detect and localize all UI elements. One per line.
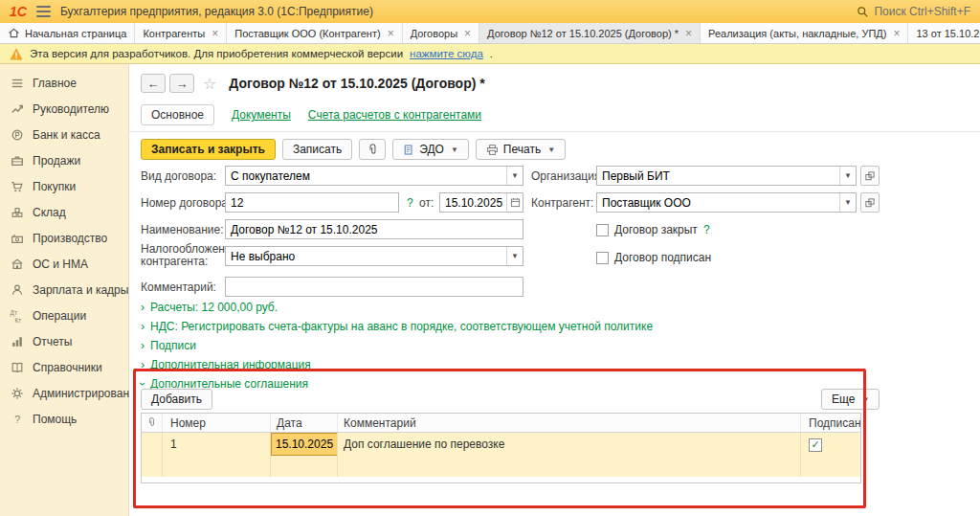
warning-period: . [490,48,493,59]
back-button[interactable]: ← [141,74,166,93]
tab-close-icon[interactable]: × [212,27,218,40]
counterparty-open-button[interactable] [860,192,880,213]
contract-kind-label: Вид договора: [141,169,216,183]
attachment-column-header [142,414,163,432]
sidebar-item-sales[interactable]: Продажи [0,147,128,173]
contract-closed-label: Договор закрыт [614,223,698,236]
sidebar-item-warehouse[interactable]: Склад [0,199,128,225]
sidebar-label: Банк и касса [33,128,100,142]
favorite-star-icon[interactable]: ☆ [203,75,216,93]
forward-button[interactable]: → [169,74,194,93]
print-button[interactable]: Печать ▼ [476,139,566,160]
tab-home[interactable]: Начальная страница [0,23,135,43]
sidebar-label: Производство [33,232,107,245]
form-title: Договор №12 от 15.10.2025 (Договор) * [229,76,484,91]
tab-contracts[interactable]: Договоры × [403,23,479,43]
checkbox-unchecked[interactable] [596,252,609,264]
comment-cell[interactable]: Доп соглашение по перевозке [338,433,801,477]
tab-close-icon[interactable]: × [464,27,471,40]
contract-date-input[interactable]: 15.10.2025 [439,192,523,213]
save-and-close-button[interactable]: Записать и закрыть [141,139,276,160]
organization-select[interactable]: Первый БИТ ▼ [596,166,857,186]
save-button[interactable]: Записать [282,139,352,160]
tab-close-icon[interactable]: × [388,27,394,40]
sidebar-item-directories[interactable]: Справочники [0,354,128,380]
column-header-date[interactable]: Дата [271,414,338,432]
nav-tab-settlement-accounts[interactable]: Счета расчетов с контрагентами [308,108,481,122]
nav-tab-main[interactable]: Основное [141,104,214,125]
tab-close-icon[interactable]: × [893,27,900,40]
contract-kind-select[interactable]: С покупателем ▼ [225,166,523,186]
printer-icon [486,144,499,156]
number-cell[interactable]: 1 [163,433,271,477]
edo-document-icon [403,144,414,156]
name-input[interactable]: Договор №12 от 15.10.2025 [225,219,523,239]
taxation-select[interactable]: Не выбрано ▼ [225,246,523,266]
dropdown-caret-icon[interactable]: ▼ [839,193,856,212]
dropdown-caret-icon[interactable]: ▼ [839,167,856,185]
sidebar-item-operations[interactable]: ДтКт Операции [0,303,128,328]
contract-signed-checkbox[interactable]: Договор подписан [596,251,711,264]
chevron-down-icon: › [136,382,149,386]
warning-text: Эта версия для разработчиков. Для приобр… [30,48,403,59]
section-additional-info[interactable]: › Дополнительная информация [141,358,311,371]
sidebar-item-help[interactable]: ? Помощь [0,406,128,432]
attachments-button[interactable] [359,139,386,160]
organization-open-button[interactable] [860,166,880,186]
contract-closed-checkbox[interactable]: Договор закрыт ? [596,223,710,236]
column-header-comment[interactable]: Комментарий [338,414,801,432]
section-signatures[interactable]: › Подписи [141,339,196,352]
sidebar-item-assets[interactable]: ОС и НМА [0,251,128,277]
sidebar-item-administration[interactable]: Администрирование [0,380,128,406]
column-header-number[interactable]: Номер [163,414,271,432]
chevron-down-icon: ▼ [861,395,869,404]
agreement-row[interactable]: 1 15.10.2025 Доп соглашение по перевозке… [142,433,860,477]
tab-contract-13[interactable]: 13 от 15.10.2025 (Договор) × [908,23,980,43]
divider [129,131,980,132]
add-agreement-button[interactable]: Добавить [141,389,212,410]
column-header-signed[interactable]: Подписано [801,414,860,432]
tab-contract-12-active[interactable]: Договор №12 от 15.10.2025 (Договор) * × [479,23,701,43]
calendar-icon[interactable] [506,193,523,212]
sidebar-label: Справочники [33,361,102,374]
section-settlements[interactable]: › Расчеты: 12 000,00 руб. [141,301,278,314]
signed-cell[interactable]: ✓ [801,433,860,477]
signed-checkbox-checked[interactable]: ✓ [809,438,822,452]
sidebar-item-purchases[interactable]: Покупки [0,173,128,199]
warning-link[interactable]: нажмите сюда [410,48,483,59]
dropdown-caret-icon[interactable]: ▼ [506,167,523,185]
section-vat[interactable]: › НДС: Регистрировать счета-фактуры на а… [141,320,653,333]
date-cell[interactable]: 15.10.2025 [271,433,338,477]
tab-close-icon[interactable]: × [685,27,692,40]
sidebar-item-main[interactable]: Главное [0,70,128,96]
sidebar-item-production[interactable]: Производство [0,225,128,251]
save-label: Записать [293,143,342,156]
sidebar-item-reports[interactable]: Отчеты [0,328,128,354]
number-help-link[interactable]: ? [407,196,413,210]
counterparty-select[interactable]: Поставщик ООО ▼ [596,192,857,213]
closed-help-link[interactable]: ? [703,223,710,236]
sidebar-item-manager[interactable]: Руководителю [0,96,128,122]
dev-version-warning: Эта версия для разработчиков. Для приобр… [0,44,980,64]
more-label: Еще [832,393,855,406]
contract-number-value: 12 [226,196,398,210]
global-search[interactable]: Поиск Ctrl+Shift+F [857,5,970,18]
sidebar-item-bank-cash[interactable]: Банк и касса [0,122,128,147]
tab-counterparties[interactable]: Контрагенты × [135,23,227,43]
sidebar-item-payroll[interactable]: Зарплата и кадры [0,277,128,303]
tab-sales-documents[interactable]: Реализация (акты, накладные, УПД) × [701,23,908,43]
contract-number-input[interactable]: 12 [225,192,399,213]
nav-tab-documents[interactable]: Документы [232,108,291,122]
checkbox-unchecked[interactable] [596,224,609,236]
help-icon: ? [10,412,25,427]
more-button[interactable]: Еще ▼ [821,389,880,410]
tab-label: Начальная страница [25,28,126,39]
comment-input[interactable] [225,277,523,297]
trend-icon [10,101,25,117]
dropdown-caret-icon[interactable]: ▼ [506,247,523,265]
edo-button[interactable]: ЭДО ▼ [392,139,469,160]
date-cell-selected[interactable]: 15.10.2025 [271,433,338,456]
taxation-label-line2: контрагента: [141,255,208,268]
hamburger-menu-icon[interactable] [36,6,51,17]
tab-supplier[interactable]: Поставщик ООО (Контрагент) × [227,23,402,43]
